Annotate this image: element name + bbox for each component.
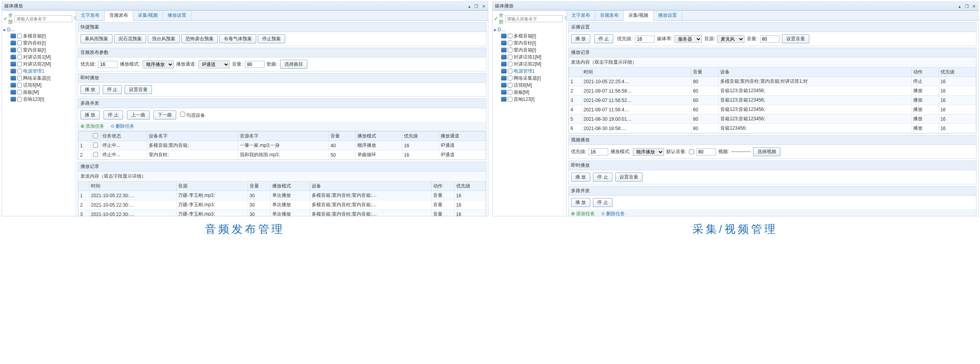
stop-button[interactable]: 停 止 (594, 34, 613, 43)
collapse-icon[interactable]: ▴ (468, 4, 471, 9)
tree-root[interactable]: ▸ D... (4, 27, 74, 32)
add-task-button[interactable]: 添加任务 (80, 123, 104, 130)
volume-input[interactable] (245, 61, 264, 68)
device-check[interactable] (17, 76, 22, 80)
set-volume-button[interactable]: 设置音量 (615, 173, 643, 182)
device-check[interactable] (508, 62, 512, 66)
device-check[interactable] (17, 48, 22, 52)
play-button[interactable]: 播 放 (80, 85, 100, 94)
table-row[interactable]: 2停止中...室内音柱;我和我的祖国.mp3;50单曲循环16IP通道 (79, 150, 486, 160)
quick-plan-button[interactable]: 停止预案 (258, 34, 285, 43)
set-volume-button[interactable]: 设置音量 (782, 34, 809, 43)
video-playmode-select[interactable]: 顺序播放 (633, 148, 664, 156)
video-priority-input[interactable] (589, 148, 608, 155)
device-tree-item[interactable]: 电源管理1 (494, 68, 565, 75)
close-icon[interactable]: ✕ (972, 4, 976, 9)
device-tree-item[interactable]: 对讲话筒1[M] (4, 54, 74, 61)
play-button[interactable]: 播 放 (571, 173, 590, 182)
quick-plan-button[interactable]: 恐怖袭击预案 (181, 34, 218, 43)
device-tree-item[interactable]: 音响123[I] (4, 96, 74, 103)
tab-0[interactable]: 文字发布 (567, 11, 595, 20)
device-check[interactable] (508, 69, 512, 73)
device-check[interactable] (508, 90, 512, 95)
device-search-input[interactable] (14, 15, 72, 22)
device-check[interactable] (508, 34, 512, 38)
pick-song-button[interactable]: 选择曲目 (280, 60, 307, 69)
device-tree-item[interactable]: 话筒6[M] (4, 82, 74, 89)
restore-icon[interactable]: ❐ (965, 4, 969, 9)
set-volume-button[interactable]: 设置音量 (125, 85, 152, 94)
tab-1[interactable]: 音频发布 (105, 11, 133, 21)
table-row[interactable]: 1停止中...多模音箱;室内音箱;一肇一家.mp3;一身40顺序播放16IP通道 (79, 141, 486, 150)
device-tree-item[interactable]: 音响123[I] (494, 96, 565, 103)
quick-plan-button[interactable]: 暴风雨预案 (80, 34, 112, 43)
device-tree-item[interactable]: 室内音箱[I] (494, 46, 565, 54)
tree-root[interactable]: ▸ D... (494, 27, 565, 32)
device-check[interactable] (17, 41, 22, 45)
quick-plan-button[interactable]: 有毒气体预案 (220, 34, 256, 43)
device-check[interactable] (17, 97, 22, 102)
device-check[interactable] (17, 83, 22, 87)
device-check[interactable] (508, 48, 512, 52)
tab-3[interactable]: 播放设置 (653, 11, 682, 20)
select-all-toggle[interactable]: 全部 (4, 12, 13, 25)
device-check[interactable] (508, 83, 512, 87)
device-tree-item[interactable]: 面板[M] (4, 89, 74, 96)
device-tree-item[interactable]: 面板[M] (494, 89, 565, 96)
device-check[interactable] (17, 69, 22, 73)
table-row[interactable]: 32021-10-05 22:30:…万疆-李玉刚.mp3;30单次播放多模音箱… (79, 210, 486, 216)
table-row[interactable]: 32021-09-07 11:56:52…60音箱123;音箱123456;播放… (569, 96, 976, 105)
table-row[interactable]: 12021-10-05 22:30:…万疆-李玉刚.mp3;30单次播放多模音箱… (79, 191, 486, 200)
select-all-toggle[interactable]: 全部 (494, 12, 503, 25)
device-search-input[interactable] (505, 15, 563, 22)
table-row[interactable]: 52021-08-30 19:00:01…80音箱123;音箱123456;播放… (569, 114, 976, 124)
playmode-select[interactable]: 顺序播放 (143, 61, 174, 68)
table-row[interactable]: 22021-09-07 11:56:58…60音箱123;音箱123456;播放… (569, 86, 976, 96)
device-tree-item[interactable]: 网络采集器[I] (494, 75, 565, 82)
tab-0[interactable]: 文字发布 (76, 11, 105, 20)
quick-plan-button[interactable]: 泥石流预案 (114, 34, 146, 43)
quick-plan-button[interactable]: 强台风预案 (148, 34, 180, 43)
stop-button[interactable]: 停 止 (593, 173, 612, 182)
multi-stop-button[interactable]: 停 止 (104, 111, 123, 120)
device-check[interactable] (17, 55, 22, 59)
channel-select[interactable]: IP通道 (198, 61, 230, 68)
tab-2[interactable]: 采集/视频 (624, 11, 653, 21)
device-tree-item[interactable]: 电源管理1 (4, 68, 74, 75)
pick-video-button[interactable]: 选择视频 (753, 147, 780, 156)
restore-icon[interactable]: ❐ (474, 4, 478, 9)
device-tree-item[interactable]: 对讲话筒2[M] (494, 61, 565, 68)
priority-input[interactable] (635, 36, 655, 43)
priority-input[interactable] (98, 61, 118, 68)
device-tree-item[interactable]: 室内音柱[I] (4, 39, 74, 46)
device-check[interactable] (17, 90, 22, 95)
device-tree-item[interactable]: 对讲话筒2[M] (4, 61, 74, 68)
default-volume-input[interactable] (696, 148, 716, 155)
tab-3[interactable]: 播放设置 (163, 11, 191, 20)
device-tree-item[interactable]: 网络采集器[I] (4, 75, 74, 82)
device-check[interactable] (508, 41, 512, 45)
multi-play-button[interactable]: 播 放 (571, 198, 590, 207)
add-task-button[interactable]: 添加任务 (571, 211, 595, 216)
table-row[interactable]: 12021-10-05 22:25:4…80多模音箱;室内音柱;室内音箱;对讲话… (569, 77, 976, 86)
device-tree-item[interactable]: 多模音箱[I] (4, 32, 74, 39)
device-check[interactable] (508, 76, 512, 80)
default-volume-check[interactable] (689, 149, 694, 154)
multi-stop-button[interactable]: 停 止 (593, 198, 612, 207)
device-check[interactable] (17, 34, 22, 38)
device-tree-item[interactable]: 室内音柱[I] (494, 39, 565, 46)
stop-button[interactable]: 停 止 (103, 85, 122, 94)
table-row[interactable]: 62021-08-30 18:58:…80音箱123456;播放16 (569, 124, 976, 133)
collapse-icon[interactable]: ▴ (959, 4, 961, 9)
table-row[interactable]: 42021-09-07 11:56:4…60音箱123;音箱123456;播放1… (569, 105, 976, 114)
delete-task-button[interactable]: 删除任务 (601, 211, 625, 216)
multi-play-button[interactable]: 播 放 (80, 111, 100, 120)
tab-1[interactable]: 音频发布 (595, 11, 624, 20)
device-check[interactable] (508, 97, 512, 102)
audio-source-select[interactable]: 麦克风 (717, 35, 744, 43)
close-icon[interactable]: ✕ (482, 4, 486, 9)
device-tree-item[interactable]: 多模音箱[I] (494, 32, 565, 39)
prev-track-button[interactable]: 上一曲 (127, 111, 150, 120)
tab-2[interactable]: 采集/视频 (133, 11, 163, 20)
device-tree-item[interactable]: 室内音箱[I] (4, 46, 74, 54)
